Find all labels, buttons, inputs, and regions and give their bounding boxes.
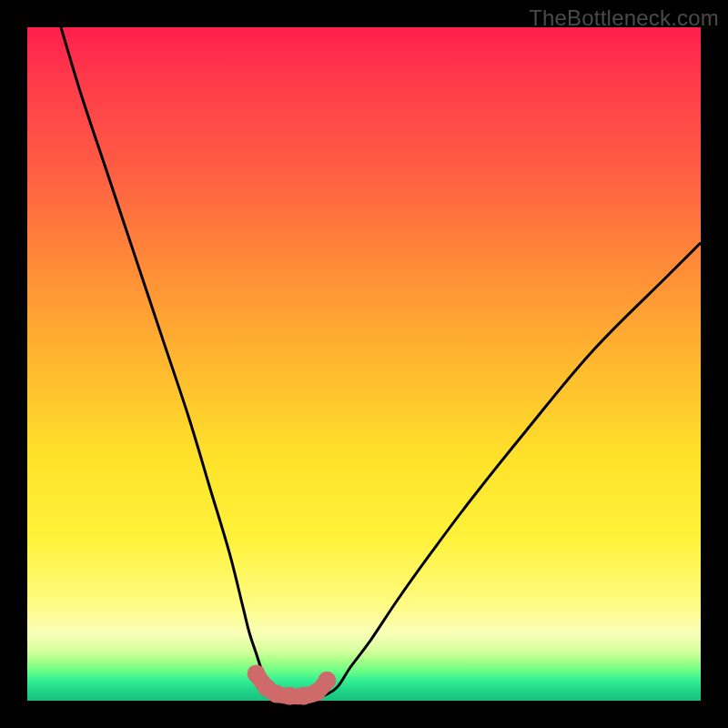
- plot-area: [27, 27, 701, 701]
- outer-frame: TheBottleneck.com: [0, 0, 728, 728]
- left-curve: [61, 27, 283, 696]
- chart-svg: [27, 27, 701, 701]
- valley-marker-dots: [248, 664, 337, 704]
- right-curve: [324, 243, 701, 696]
- valley-dot: [318, 672, 336, 690]
